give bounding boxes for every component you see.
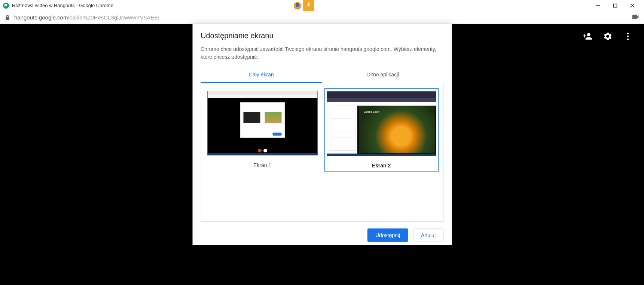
share-button[interactable]: Udostępnij xyxy=(367,228,408,242)
screen-2-label: Ekran 2 xyxy=(327,163,436,169)
mic-indicator[interactable] xyxy=(303,0,314,11)
firefox-icon xyxy=(294,2,301,9)
window-maximize-button[interactable] xyxy=(607,0,624,11)
microphone-icon xyxy=(306,2,312,9)
dialog-footer: Udostępnij Anuluj xyxy=(192,222,452,249)
dialog-tabs: Cały ekran Okno aplikacji xyxy=(201,68,443,83)
more-options-button[interactable] xyxy=(623,31,633,43)
address-bar[interactable]: hangouts.google.com/call/3mZ0HesCL3glJcw… xyxy=(0,11,644,24)
window-controls xyxy=(589,0,641,11)
window-minimize-button[interactable] xyxy=(589,0,607,11)
add-people-button[interactable] xyxy=(583,31,592,43)
hangouts-app-icon xyxy=(3,3,9,9)
screen-options: Ekran 1 Cześć Leon Ekran 2 xyxy=(201,83,443,222)
tab-entire-screen[interactable]: Cały ekran xyxy=(201,68,322,83)
firefox-indicator[interactable] xyxy=(292,0,303,11)
screen-share-dialog: Udostępnianie ekranu Chrome chce udostęp… xyxy=(192,24,452,245)
svg-rect-1 xyxy=(614,4,617,7)
dialog-title: Udostępnianie ekranu xyxy=(201,31,443,40)
url-path: /call/3mZ0HesCL3glJcwwwYV5AEEI xyxy=(68,14,159,21)
thumb2-overlay-text: Cześć Leon xyxy=(364,110,379,113)
screen-option-2[interactable]: Cześć Leon Ekran 2 xyxy=(324,88,439,172)
url-text: hangouts.google.com/call/3mZ0HesCL3glJcw… xyxy=(14,14,160,21)
call-controls xyxy=(583,31,633,43)
svg-point-5 xyxy=(627,36,629,37)
svg-point-6 xyxy=(627,38,629,40)
camera-permission-icon[interactable] xyxy=(631,13,640,22)
tab-app-window[interactable]: Okno aplikacji xyxy=(322,68,444,83)
url-host: hangouts.google.com xyxy=(14,14,68,21)
window-close-button[interactable] xyxy=(624,0,641,11)
titlebar-center-icons xyxy=(292,0,314,11)
screen-1-thumbnail xyxy=(207,91,317,155)
cancel-button[interactable]: Anuluj xyxy=(413,228,443,242)
window-titlebar: Rozmowa wideo w Hangouts - Google Chrome xyxy=(0,0,644,11)
dialog-description: Chrome chce udostępnić zawartość Twojego… xyxy=(201,45,443,61)
screen-1-label: Ekran 1 xyxy=(207,162,317,168)
screen-2-thumbnail: Cześć Leon xyxy=(327,91,436,156)
settings-button[interactable] xyxy=(603,31,613,43)
lock-icon xyxy=(4,15,10,21)
screen-option-1[interactable]: Ekran 1 xyxy=(205,88,320,171)
svg-point-4 xyxy=(627,33,629,34)
